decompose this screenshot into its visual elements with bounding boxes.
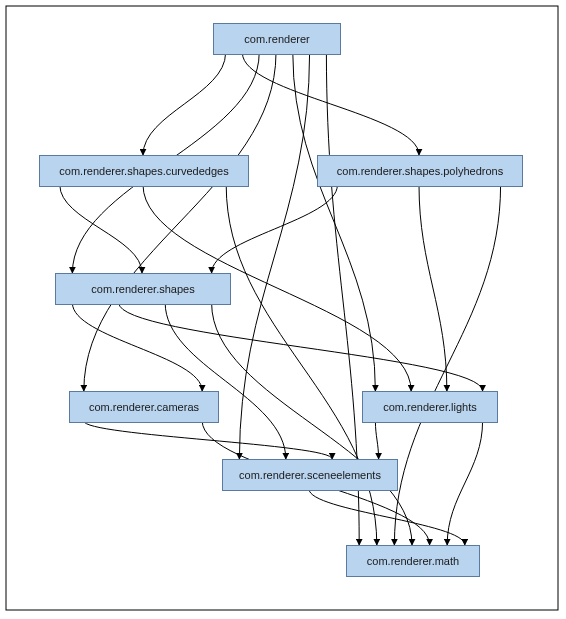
node-shapes: com.renderer.shapes xyxy=(55,273,231,305)
node-label: com.renderer.math xyxy=(367,555,459,567)
node-label: com.renderer.lights xyxy=(383,401,477,413)
dependency-diagram: com.renderer com.renderer.shapes.curvede… xyxy=(0,0,566,619)
node-renderer: com.renderer xyxy=(213,23,341,55)
edge-polyhedrons-to-lights xyxy=(419,185,447,391)
edges-layer xyxy=(0,0,566,619)
edge-curvededges-to-shapes xyxy=(60,185,142,273)
edge-renderer-to-curvededges xyxy=(143,53,226,155)
node-label: com.renderer.shapes.curvededges xyxy=(59,165,228,177)
node-label: com.renderer.shapes xyxy=(91,283,194,295)
edge-lights-to-math xyxy=(447,421,482,545)
edge-sceneelements-to-math xyxy=(309,489,465,545)
edge-renderer-to-lights xyxy=(293,53,376,391)
node-cameras: com.renderer.cameras xyxy=(69,391,219,423)
node-shapes-polyhedrons: com.renderer.shapes.polyhedrons xyxy=(317,155,523,187)
edge-lights-to-sceneelements xyxy=(375,421,378,459)
edge-shapes-to-sceneelements xyxy=(165,303,286,459)
svg-rect-0 xyxy=(6,6,558,610)
node-label: com.renderer.cameras xyxy=(89,401,199,413)
edge-renderer-to-polyhedrons xyxy=(242,53,419,155)
edge-shapes-to-math xyxy=(212,303,412,545)
edge-polyhedrons-to-math xyxy=(394,185,500,545)
edge-cameras-to-sceneelements xyxy=(84,421,332,459)
edge-polyhedrons-to-shapes xyxy=(212,185,338,273)
node-math: com.renderer.math xyxy=(346,545,480,577)
edge-shapes-to-lights xyxy=(119,303,483,391)
node-label: com.renderer xyxy=(244,33,309,45)
node-label: com.renderer.sceneelements xyxy=(239,469,381,481)
node-lights: com.renderer.lights xyxy=(362,391,498,423)
node-label: com.renderer.shapes.polyhedrons xyxy=(337,165,503,177)
node-sceneelements: com.renderer.sceneelements xyxy=(222,459,398,491)
node-shapes-curvededges: com.renderer.shapes.curvededges xyxy=(39,155,249,187)
edge-curvededges-to-math xyxy=(226,185,377,545)
